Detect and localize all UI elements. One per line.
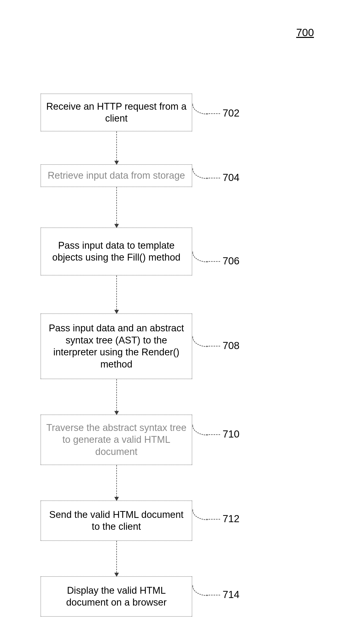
leader-line — [206, 519, 220, 520]
flow-step-text: Send the valid HTML document to the clie… — [45, 509, 188, 533]
flow-arrow — [116, 379, 117, 415]
arrowhead-icon — [114, 411, 119, 415]
leader-line — [192, 251, 208, 262]
flow-step-text: Retrieve input data from storage — [48, 170, 185, 182]
flow-step-text: Receive an HTTP request from a client — [45, 101, 188, 125]
flow-step-text: Traverse the abstract syntax tree to gen… — [45, 422, 188, 458]
flow-step-702: Receive an HTTP request from a client — [40, 94, 192, 131]
leader-line — [206, 346, 220, 347]
leader-line — [206, 178, 220, 178]
flow-arrow — [116, 187, 117, 227]
leader-line — [192, 509, 208, 520]
arrow-shaft — [116, 541, 117, 573]
arrowhead-icon — [114, 573, 119, 577]
flow-step-706: Pass input data to template objects usin… — [40, 227, 192, 275]
arrowhead-icon — [114, 161, 119, 165]
figure-number: 700 — [296, 27, 314, 39]
leader-line — [192, 336, 208, 347]
flow-step-text: Pass input data to template objects usin… — [45, 240, 188, 264]
leader-line — [206, 261, 220, 262]
flow-step-label-702: 702 — [223, 107, 240, 119]
arrowhead-icon — [114, 310, 119, 314]
flow-arrow — [116, 541, 117, 576]
leader-line — [206, 434, 220, 435]
flow-step-712: Send the valid HTML document to the clie… — [40, 500, 192, 541]
flow-arrow — [116, 275, 117, 313]
flow-step-text: Pass input data and an abstract syntax t… — [45, 322, 188, 370]
arrowhead-icon — [114, 224, 119, 228]
arrow-shaft — [116, 465, 117, 497]
flow-arrow — [116, 465, 117, 500]
leader-line — [206, 595, 220, 595]
flow-step-label-706: 706 — [223, 255, 240, 267]
flow-arrow — [116, 131, 117, 164]
flow-step-714: Display the valid HTML document on a bro… — [40, 576, 192, 617]
flow-step-704: Retrieve input data from storage — [40, 164, 192, 187]
arrow-shaft — [116, 131, 117, 161]
arrow-shaft — [116, 187, 117, 224]
leader-line — [206, 113, 220, 114]
leader-line — [192, 425, 208, 435]
flow-step-label-714: 714 — [223, 589, 240, 600]
leader-line — [192, 104, 208, 114]
arrow-shaft — [116, 275, 117, 310]
flow-step-label-708: 708 — [223, 340, 240, 351]
leader-line — [192, 168, 208, 179]
flow-step-label-704: 704 — [223, 172, 240, 183]
arrowhead-icon — [114, 497, 119, 501]
arrow-shaft — [116, 379, 117, 411]
flow-step-label-710: 710 — [223, 428, 240, 440]
flow-step-710: Traverse the abstract syntax tree to gen… — [40, 415, 192, 465]
flow-step-label-712: 712 — [223, 513, 240, 524]
leader-line — [192, 585, 208, 596]
flow-step-708: Pass input data and an abstract syntax t… — [40, 313, 192, 379]
flow-step-text: Display the valid HTML document on a bro… — [45, 585, 188, 609]
